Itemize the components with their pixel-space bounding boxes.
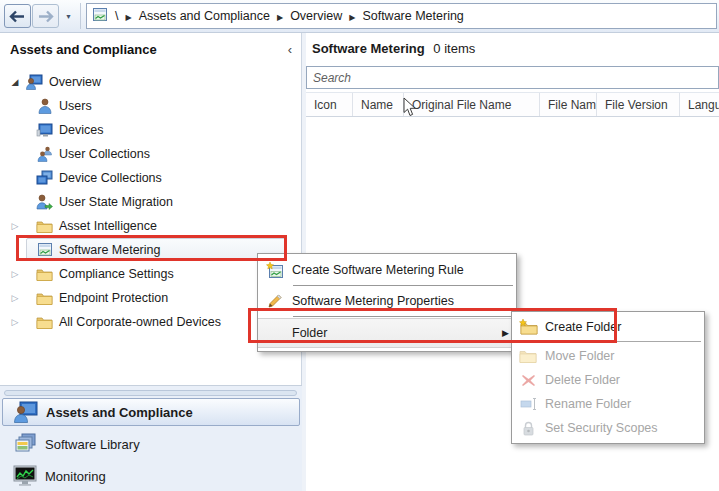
submenu-item-delete-folder[interactable]: Delete Folder [512,368,704,392]
workspace-software-library[interactable]: Software Library [2,430,300,458]
submenu-item-label: Create Folder [545,320,621,334]
submenu-item-label: Set Security Scopes [545,421,658,435]
submenu-item-label: Rename Folder [545,397,631,411]
tree-item-all-corporate-owned-devices[interactable]: ▷ All Corporate-owned Devices [0,310,300,334]
menu-item-label: Create Software Metering Rule [292,263,464,277]
breadcrumb: \ ▶ Assets and Compliance ▶ Overview ▶ S… [86,3,717,29]
workspace-label: Assets and Compliance [46,405,193,420]
navigation-pane-title: Assets and Compliance [10,42,157,57]
submenu-item-rename-folder[interactable]: Rename Folder [512,392,704,416]
move-folder-icon [516,349,540,364]
monitoring-icon [13,465,37,487]
tree-collapsed-icon[interactable]: ▷ [8,293,22,303]
submenu-arrow-icon: ▶ [502,328,509,338]
menu-separator [293,316,513,317]
overview-icon [26,74,43,90]
breadcrumb-segment-overview[interactable]: Overview [290,9,342,23]
workspace-label: Monitoring [45,469,106,484]
column-header-label: Name [361,98,393,112]
properties-pencil-icon [262,293,288,309]
search-input[interactable] [307,67,718,88]
column-header-icon[interactable]: Icon [306,93,353,116]
results-item-count: 0 items [433,41,475,56]
software-metering-icon [92,7,108,26]
collapse-pane-icon[interactable]: ‹ [288,42,292,57]
menu-item-folder[interactable]: Folder ▶ [258,318,516,348]
forward-button[interactable] [32,4,59,28]
tree-item-label: Users [59,99,92,113]
tree-item-software-metering[interactable]: Software Metering [0,238,300,262]
breadcrumb-arrow-icon[interactable]: ▶ [277,12,283,21]
create-folder-icon [516,319,540,335]
column-header-file-name[interactable]: File Name [540,93,597,116]
workspace-assets-and-compliance[interactable]: Assets and Compliance [2,398,300,426]
column-header-original-file-name[interactable]: Original File Name [404,93,540,116]
assets-compliance-icon [14,401,38,423]
forward-arrow-icon [37,10,54,23]
mouse-cursor [403,97,416,121]
breadcrumb-segment-assets[interactable]: Assets and Compliance [139,9,270,23]
submenu-item-move-folder[interactable]: Move Folder [512,344,704,368]
folder-submenu: Create Folder Move Folder Delete Folder [511,311,705,444]
workspace-switcher: Assets and Compliance Software Library [0,385,302,491]
tree-item-label: Endpoint Protection [59,291,168,305]
tree-item-label: Compliance Settings [59,267,174,281]
software-metering-icon [36,242,53,258]
menu-separator [293,285,513,286]
menu-item-label: Folder [292,326,327,340]
tree-collapsed-icon[interactable]: ▷ [8,317,22,327]
results-header: Software Metering 0 items [312,41,475,56]
sccm-console-window: ▼ \ ▶ Assets and Compliance ▶ Overview ▶… [0,0,719,491]
menu-item-create-software-metering-rule[interactable]: Create Software Metering Rule [258,256,516,284]
menu-separator [544,341,701,342]
search-box[interactable] [306,66,719,89]
breadcrumb-segment-software-metering[interactable]: Software Metering [362,9,463,23]
create-metering-rule-icon [262,262,288,279]
tree-item-user-collections[interactable]: User Collections [0,142,300,166]
submenu-item-create-folder[interactable]: Create Folder [512,315,704,339]
tree-item-devices[interactable]: Devices [0,118,300,142]
column-header-name[interactable]: Name [353,93,404,116]
tree-collapsed-icon[interactable]: ▷ [8,221,22,231]
tree-item-compliance-settings[interactable]: ▷ Compliance Settings [0,262,300,286]
tree-item-overview[interactable]: ◢ Overview [0,70,300,94]
navigation-tree: ◢ Overview [0,70,300,334]
back-arrow-icon [9,10,26,23]
history-dropdown-button[interactable]: ▼ [61,4,76,28]
tree-item-label: User State Migration [59,195,173,209]
rename-folder-icon [516,397,540,411]
tree-item-endpoint-protection[interactable]: ▷ Endpoint Protection [0,286,300,310]
menu-item-software-metering-properties[interactable]: Software Metering Properties [258,287,516,315]
tree-expanded-icon[interactable]: ◢ [8,77,22,87]
tree-item-label: All Corporate-owned Devices [59,315,221,329]
results-title: Software Metering [312,41,425,56]
column-header-file-version[interactable]: File Version [597,93,680,116]
tree-item-label: Overview [49,75,101,89]
tree-item-device-collections[interactable]: Device Collections [0,166,300,190]
breadcrumb-root[interactable]: \ [115,9,118,23]
tree-item-user-state-migration[interactable]: User State Migration [0,190,300,214]
submenu-item-set-security-scopes[interactable]: Set Security Scopes [512,416,704,440]
tree-item-label: Software Metering [59,243,160,257]
folder-icon [36,218,53,234]
tree-item-label: Device Collections [59,171,162,185]
tree-item-label: Devices [59,123,103,137]
back-button[interactable] [4,4,31,28]
context-menu: Create Software Metering Rule Software M… [257,253,517,352]
device-collections-icon [36,170,53,186]
submenu-item-label: Delete Folder [545,373,620,387]
column-header-language[interactable]: Language [680,93,719,116]
tree-collapsed-icon[interactable]: ▷ [8,269,22,279]
user-state-migration-icon [36,194,53,210]
breadcrumb-arrow-icon[interactable]: ▶ [349,12,355,21]
tree-item-label: Asset Intelligence [59,219,157,233]
tree-item-users[interactable]: Users [0,94,300,118]
workspace-monitoring[interactable]: Monitoring [2,462,300,490]
tree-item-label: User Collections [59,147,150,161]
splitter-grip[interactable] [4,390,297,396]
breadcrumb-arrow-icon[interactable]: ▶ [125,12,131,21]
tree-item-asset-intelligence[interactable]: ▷ Asset Intelligence [0,214,300,238]
list-column-headers: Icon Name Original File Name File Name F… [306,92,719,117]
toolbar-separator [80,3,81,29]
user-icon [36,98,53,114]
